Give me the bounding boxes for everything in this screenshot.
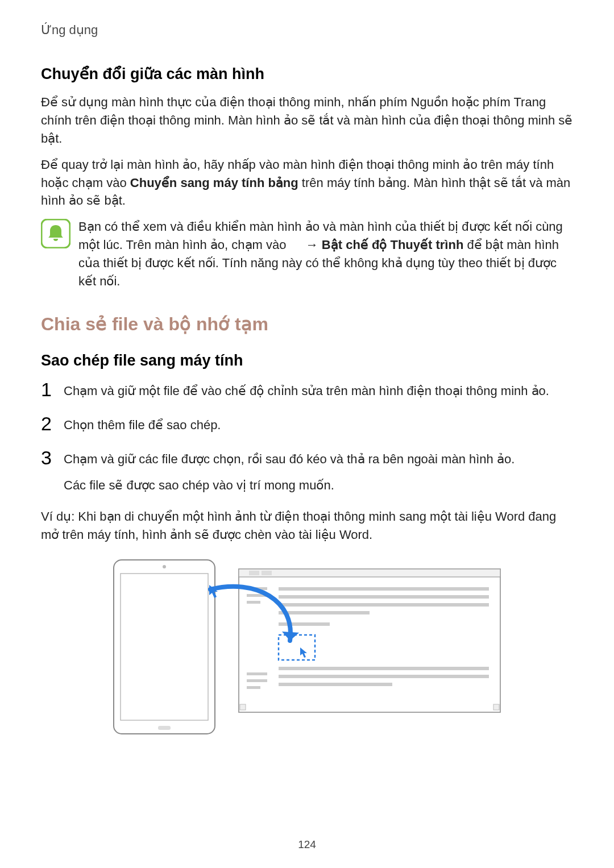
svg-rect-19: [279, 622, 330, 626]
step-text: Chạm và giữ các file được chọn, rồi sau …: [64, 448, 573, 495]
example-paragraph: Ví dụ: Khi bạn di chuyển một hình ảnh từ…: [41, 508, 573, 544]
step-number: 3: [41, 448, 64, 467]
svg-rect-22: [279, 683, 392, 686]
heading-switch-screens: Chuyển đổi giữa các màn hình: [41, 65, 573, 83]
svg-rect-14: [247, 686, 260, 689]
note-text-bold: Bật chế độ Thuyết trình: [322, 238, 464, 252]
step-3: 3 Chạm và giữ các file được chọn, rồi sa…: [41, 448, 573, 495]
step-1: 1 Chạm và giữ một file để vào chế độ chỉ…: [41, 380, 573, 400]
heading-share-files: Chia sẻ file và bộ nhớ tạm: [41, 313, 573, 335]
svg-rect-20: [279, 667, 489, 670]
svg-rect-11: [247, 601, 260, 604]
svg-rect-26: [493, 704, 499, 710]
svg-rect-25: [240, 704, 246, 710]
para-switch-2: Để quay trở lại màn hình ảo, hãy nhấp và…: [41, 156, 573, 210]
svg-rect-8: [262, 571, 272, 575]
heading-copy-to-pc: Sao chép file sang máy tính: [41, 352, 573, 369]
step-3-main: Chạm và giữ các file được chọn, rồi sau …: [64, 452, 515, 466]
svg-rect-16: [279, 595, 489, 599]
step-text: Chọn thêm file để sao chép.: [64, 414, 573, 434]
svg-rect-13: [247, 679, 267, 682]
steps-list: 1 Chạm và giữ một file để vào chế độ chỉ…: [41, 380, 573, 495]
drag-drop-illustration: [41, 555, 573, 743]
note-text: Bạn có thể xem và điều khiển màn hình ảo…: [78, 218, 573, 290]
step-2: 2 Chọn thêm file để sao chép.: [41, 414, 573, 434]
svg-rect-4: [158, 726, 171, 730]
svg-rect-17: [279, 603, 489, 607]
svg-rect-15: [279, 587, 489, 591]
bell-icon: [41, 219, 70, 248]
step-number: 1: [41, 380, 64, 399]
step-text: Chạm và giữ một file để vào chế độ chỉnh…: [64, 380, 573, 400]
svg-point-3: [163, 565, 166, 568]
page-number: 124: [0, 838, 614, 851]
para-switch-2-bold: Chuyển sang máy tính bảng: [130, 176, 298, 190]
svg-rect-6: [239, 569, 500, 577]
svg-rect-2: [121, 574, 208, 720]
step-3-sub: Các file sẽ được sao chép vào vị trí mon…: [64, 476, 573, 495]
svg-rect-21: [279, 675, 489, 678]
note-block: Bạn có thể xem và điều khiển màn hình ảo…: [41, 218, 573, 290]
svg-rect-7: [249, 571, 259, 575]
step-number: 2: [41, 414, 64, 433]
svg-rect-18: [279, 611, 370, 614]
svg-rect-12: [247, 672, 267, 675]
breadcrumb-header: Ứng dụng: [41, 23, 573, 38]
para-switch-1: Để sử dụng màn hình thực của điện thoại …: [41, 93, 573, 148]
